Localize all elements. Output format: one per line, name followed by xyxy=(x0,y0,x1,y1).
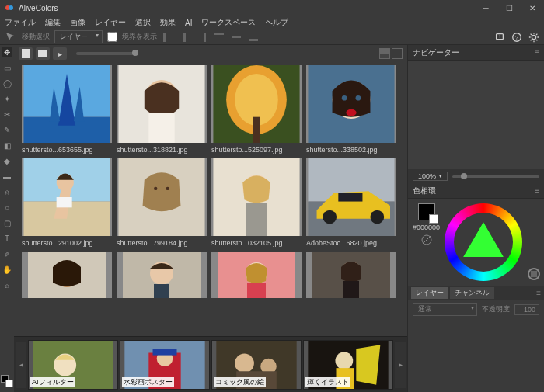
align-icon-3[interactable] xyxy=(196,31,208,43)
clone-tool[interactable]: ⎌ xyxy=(2,186,12,197)
color-panel-header[interactable]: 色相環≡ xyxy=(408,183,544,199)
move-label: 移動選択 xyxy=(22,32,50,42)
thumbnail[interactable]: shuttersto...291002.jpg xyxy=(22,158,112,247)
align-icon-2[interactable] xyxy=(179,31,191,43)
layers-tab[interactable]: レイヤー xyxy=(411,287,448,299)
svg-point-12 xyxy=(532,35,535,39)
minimize-button[interactable]: ─ xyxy=(474,0,497,16)
shape-tool[interactable]: ▢ xyxy=(2,217,12,228)
list-view-button[interactable] xyxy=(392,48,403,59)
thumbnail-size-slider[interactable] xyxy=(76,52,138,55)
opacity-value[interactable]: 100 xyxy=(514,304,539,315)
gradient-tool[interactable]: ▬ xyxy=(2,171,12,182)
thumbnail[interactable]: AdobeStoc...6820.jpeg xyxy=(306,158,396,247)
move-tool[interactable]: ✥ xyxy=(2,47,12,57)
menu-select[interactable]: 選択 xyxy=(135,17,151,28)
align-icon-1[interactable] xyxy=(162,31,174,43)
thumbnail[interactable]: shuttersto...032105.jpg xyxy=(211,158,302,247)
filmstrip-item[interactable]: AIフィルター xyxy=(28,340,118,390)
svg-rect-32 xyxy=(57,197,72,207)
open-folder-button[interactable] xyxy=(36,47,50,60)
svg-rect-55 xyxy=(343,281,359,298)
thumbnail[interactable] xyxy=(306,252,396,298)
menu-file[interactable]: ファイル xyxy=(5,17,36,28)
channels-tab[interactable]: チャンネル xyxy=(450,287,494,299)
filmstrip-prev[interactable]: ◂ xyxy=(16,342,26,388)
opacity-label: 不透明度 xyxy=(482,304,510,314)
zoom-value[interactable]: 100%▾ xyxy=(413,172,448,181)
thumbnail[interactable] xyxy=(211,252,302,298)
menu-edit[interactable]: 編集 xyxy=(45,17,61,28)
menu-ai[interactable]: AI xyxy=(185,19,192,27)
play-button[interactable]: ▸ xyxy=(53,47,67,60)
navigator-body xyxy=(408,61,544,169)
menu-help[interactable]: ヘルプ xyxy=(265,17,288,28)
panel-menu-icon[interactable]: ≡ xyxy=(536,289,541,297)
hand-tool[interactable]: ✋ xyxy=(2,264,12,275)
align-icon-6[interactable] xyxy=(247,31,260,43)
panel-menu-icon[interactable]: ≡ xyxy=(535,186,539,195)
options-bar: 移動選択 レイヤー 境界を表示 ! ? xyxy=(0,29,544,45)
eraser-tool[interactable]: ◧ xyxy=(2,140,12,151)
thumbnail[interactable]: shuttersto...653655.jpg xyxy=(22,65,112,154)
color-hex-value[interactable]: #000000 xyxy=(413,224,440,231)
thumbnail[interactable]: shuttersto...799184.jpg xyxy=(117,158,207,247)
navigator-panel-header[interactable]: ナビゲーター≡ xyxy=(408,45,544,61)
lasso-tool[interactable]: ◯ xyxy=(2,78,12,88)
grid-view-button[interactable] xyxy=(379,48,390,59)
brush-tool[interactable]: ✎ xyxy=(2,124,12,135)
thumbnail[interactable] xyxy=(117,252,207,298)
thumbnail[interactable]: shuttersto...525097.jpg xyxy=(211,65,302,154)
crop-tool[interactable]: ✂ xyxy=(2,109,12,120)
color-wheel[interactable] xyxy=(445,203,522,281)
help-icon[interactable]: ? xyxy=(511,32,522,43)
marquee-tool[interactable]: ▭ xyxy=(2,62,12,73)
svg-rect-49 xyxy=(154,284,169,298)
new-file-button[interactable] xyxy=(19,47,33,60)
thumbnail[interactable]: shuttersto...318821.jpg xyxy=(117,65,207,154)
wand-tool[interactable]: ✦ xyxy=(2,93,12,104)
svg-point-35 xyxy=(154,187,157,190)
color-swatches[interactable] xyxy=(1,375,13,387)
filmstrip-item[interactable]: 輝くイラスト xyxy=(303,340,393,390)
fill-tool[interactable]: ◆ xyxy=(2,155,12,166)
filmstrip-item[interactable]: コミック風の絵 xyxy=(211,340,302,390)
thumbnail[interactable]: shuttersto...338502.jpg xyxy=(306,65,396,154)
filmstrip-item[interactable]: 水彩画ポスター xyxy=(120,340,210,390)
zoom-slider[interactable] xyxy=(452,175,539,178)
svg-rect-52 xyxy=(247,283,266,298)
menu-image[interactable]: 画像 xyxy=(70,17,85,28)
svg-line-70 xyxy=(423,236,431,244)
menu-workspace[interactable]: ワークスペース xyxy=(201,17,256,28)
align-icon-5[interactable] xyxy=(230,31,242,43)
color-mode-icon[interactable] xyxy=(527,267,541,281)
svg-point-28 xyxy=(356,95,361,101)
background-swatch[interactable] xyxy=(5,380,13,387)
close-button[interactable]: ✕ xyxy=(521,0,544,16)
text-tool[interactable]: T xyxy=(2,233,12,244)
blur-tool[interactable]: ○ xyxy=(2,202,12,213)
show-bounds-checkbox[interactable] xyxy=(107,32,117,42)
svg-rect-2 xyxy=(163,33,166,42)
svg-rect-6 xyxy=(232,36,241,38)
layer-target-select[interactable]: レイヤー xyxy=(54,30,103,43)
svg-rect-13 xyxy=(22,49,30,58)
menu-effect[interactable]: 効果 xyxy=(160,17,176,28)
settings-icon[interactable] xyxy=(528,32,539,43)
zoom-tool[interactable]: ⌕ xyxy=(2,279,12,290)
align-icon-4[interactable] xyxy=(213,31,225,43)
filmstrip-next[interactable]: ▸ xyxy=(395,342,406,388)
svg-point-67 xyxy=(335,352,353,369)
color-foreground-box[interactable] xyxy=(418,203,435,220)
svg-rect-14 xyxy=(38,50,47,57)
thumbnail[interactable] xyxy=(22,252,112,298)
blend-mode-select[interactable]: 通常 xyxy=(413,303,477,316)
app-logo xyxy=(5,3,14,12)
panel-menu-icon[interactable]: ≡ xyxy=(535,48,539,57)
notifications-icon[interactable]: ! xyxy=(494,32,505,43)
no-color-icon[interactable] xyxy=(421,234,432,245)
svg-rect-7 xyxy=(249,39,258,41)
maximize-button[interactable]: ☐ xyxy=(497,0,521,16)
eyedropper-tool[interactable]: ✐ xyxy=(2,248,12,259)
menu-layer[interactable]: レイヤー xyxy=(95,17,126,28)
